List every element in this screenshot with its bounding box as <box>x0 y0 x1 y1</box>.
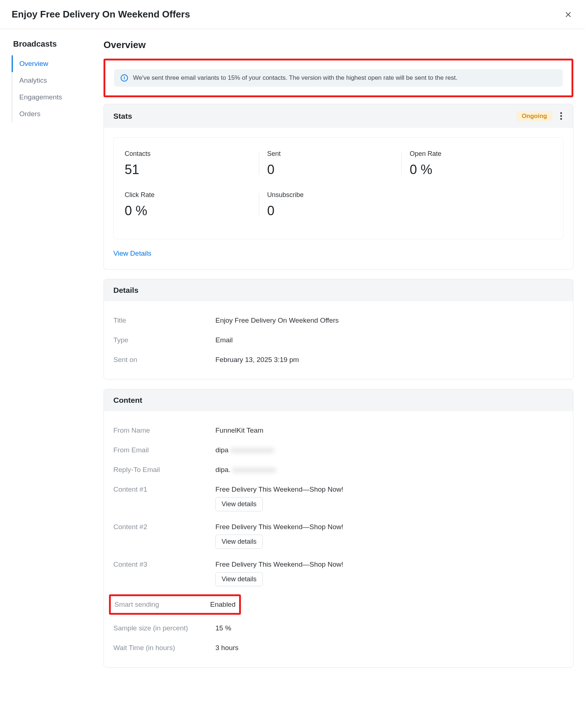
stat-label: Click Rate <box>125 191 256 199</box>
view-details-button[interactable]: View details <box>215 535 263 549</box>
details-header: Details <box>104 279 573 301</box>
content-key: Sample size (in percent) <box>113 624 215 632</box>
content-key: From Email <box>113 446 215 454</box>
sidebar-item-label: Orders <box>19 110 40 118</box>
view-details-button[interactable]: View details <box>215 497 263 511</box>
main-content: Overview i We've sent three email varian… <box>104 39 573 677</box>
main-title: Overview <box>104 39 573 51</box>
content-heading: Content <box>113 396 142 405</box>
content-key: Reply-To Email <box>113 466 215 474</box>
sidebar-item-analytics[interactable]: Analytics <box>12 72 92 89</box>
content-value: 15 % <box>215 624 563 632</box>
topbar: Enjoy Free Delivery On Weekend Offers <box>0 0 585 29</box>
sidebar-item-label: Analytics <box>19 76 47 84</box>
content-value: Free Delivery This Weekend—Shop Now! <box>215 523 343 531</box>
info-icon: i <box>121 74 128 82</box>
detail-key: Sent on <box>113 356 215 364</box>
content-value: 3 hours <box>215 644 563 652</box>
stats-box: Contacts 51 Sent 0 Open Rate 0 % Click <box>113 137 563 239</box>
stat-sent: Sent 0 <box>267 150 410 191</box>
content-key: Smart sending <box>114 601 159 609</box>
page-title: Enjoy Free Delivery On Weekend Offers <box>12 9 190 20</box>
stat-open-rate: Open Rate 0 % <box>410 150 552 191</box>
content-row-wait-time: Wait Time (in hours) 3 hours <box>113 638 563 658</box>
detail-value: Email <box>215 336 563 344</box>
content-row-variant-2: Content #2 Free Delivery This Weekend—Sh… <box>113 517 563 555</box>
content-value: dipa. <box>215 466 563 474</box>
content-key: From Name <box>113 426 215 434</box>
content-value: Enabled <box>210 601 236 609</box>
stat-contacts: Contacts 51 <box>125 150 267 191</box>
stat-label: Open Rate <box>410 150 541 158</box>
stat-unsubscribe: Unsubscribe 0 <box>267 191 410 232</box>
sidebar-title: Broadcasts <box>12 39 92 49</box>
info-text: We've sent three email variants to 15% o… <box>133 74 457 82</box>
content-row-variant-3: Content #3 Free Delivery This Weekend—Sh… <box>113 555 563 592</box>
content-value: FunnelKit Team <box>215 426 563 434</box>
detail-key: Type <box>113 336 215 344</box>
content-card: Content From Name FunnelKit Team From Em… <box>104 389 573 668</box>
redacted-text <box>230 448 274 453</box>
content-row-from-email: From Email dipa <box>113 440 563 460</box>
stat-label: Sent <box>267 150 399 158</box>
content-value: Free Delivery This Weekend—Shop Now! <box>215 560 343 568</box>
view-details-button[interactable]: View details <box>215 572 263 586</box>
detail-row-senton: Sent on February 13, 2025 3:19 pm <box>113 350 563 370</box>
stats-card: Stats Ongoing Contacts 51 <box>104 104 573 269</box>
sidebar-item-orders[interactable]: Orders <box>12 106 92 122</box>
content-key: Content #3 <box>113 560 215 568</box>
sidebar: Broadcasts Overview Analytics Engagement… <box>12 39 92 677</box>
close-button[interactable] <box>563 9 573 20</box>
detail-key: Title <box>113 316 215 324</box>
content-row-from-name: From Name FunnelKit Team <box>113 421 563 440</box>
view-details-link[interactable]: View Details <box>113 247 151 260</box>
content-value: dipa <box>215 446 563 454</box>
stat-label: Contacts <box>125 150 256 158</box>
status-badge: Ongoing <box>516 111 552 121</box>
content-key: Content #2 <box>113 523 215 531</box>
detail-value: Enjoy Free Delivery On Weekend Offers <box>215 316 563 324</box>
content-value: Free Delivery This Weekend—Shop Now! <box>215 485 343 493</box>
stat-value: 51 <box>125 162 256 177</box>
stats-header: Stats Ongoing <box>104 104 573 128</box>
highlight-banner-wrapper: i We've sent three email variants to 15%… <box>104 59 573 97</box>
details-heading: Details <box>113 286 139 295</box>
redacted-text <box>232 468 276 473</box>
sidebar-nav: Overview Analytics Engagements Orders <box>12 55 92 122</box>
stat-label: Unsubscribe <box>267 191 399 199</box>
close-icon <box>564 11 572 19</box>
sidebar-item-overview[interactable]: Overview <box>12 55 92 72</box>
stat-value: 0 % <box>125 203 256 219</box>
stat-click-rate: Click Rate 0 % <box>125 191 267 232</box>
content-key: Content #1 <box>113 485 215 493</box>
detail-row-type: Type Email <box>113 330 563 350</box>
stat-value: 0 <box>267 203 399 219</box>
stat-value: 0 % <box>410 162 541 177</box>
stats-menu-button[interactable] <box>559 111 563 121</box>
details-card: Details Title Enjoy Free Delivery On Wee… <box>104 279 573 379</box>
highlight-smart-sending: Smart sending Enabled <box>109 594 241 615</box>
sidebar-item-label: Engagements <box>19 93 62 101</box>
detail-row-title: Title Enjoy Free Delivery On Weekend Off… <box>113 311 563 330</box>
content-key: Wait Time (in hours) <box>113 644 215 652</box>
content-row-sample-size: Sample size (in percent) 15 % <box>113 618 563 638</box>
content-row-reply-to: Reply-To Email dipa. <box>113 460 563 480</box>
sidebar-item-label: Overview <box>19 60 48 67</box>
content-row-variant-1: Content #1 Free Delivery This Weekend—Sh… <box>113 480 563 517</box>
info-banner: i We've sent three email variants to 15%… <box>114 69 563 87</box>
content-header: Content <box>104 389 573 411</box>
detail-value: February 13, 2025 3:19 pm <box>215 356 563 364</box>
stat-value: 0 <box>267 162 399 177</box>
sidebar-item-engagements[interactable]: Engagements <box>12 89 92 106</box>
stats-heading: Stats <box>113 112 132 121</box>
